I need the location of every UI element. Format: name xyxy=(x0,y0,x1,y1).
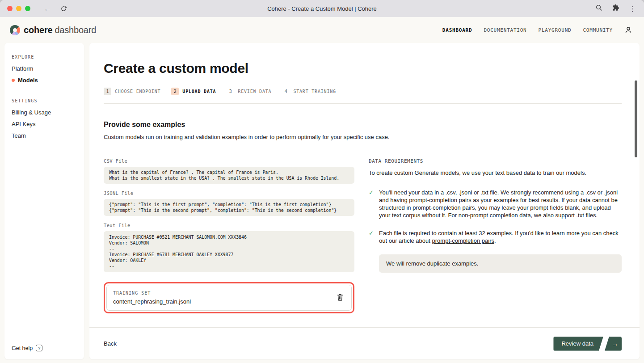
close-window-button[interactable] xyxy=(7,6,13,11)
minimize-window-button[interactable] xyxy=(16,6,21,11)
check-icon: ✓ xyxy=(369,189,375,219)
browser-toolbar-right: ⋮ xyxy=(595,4,636,13)
requirement-text: You'll need your data in a .csv, .jsonl … xyxy=(379,189,622,219)
sidebar-item-team[interactable]: Team xyxy=(12,132,77,139)
delete-file-button[interactable] xyxy=(335,292,345,304)
browser-window: ← Cohere - Create a Custom Model | Coher… xyxy=(0,0,644,363)
sidebar-item-label: Models xyxy=(18,77,38,84)
arrow-right-icon: → xyxy=(612,340,619,347)
step-number: 2 xyxy=(171,88,179,95)
examples-column: CSV File What is the capital of France? … xyxy=(104,158,354,313)
section-heading: Provide some examples xyxy=(104,121,622,129)
nav-dashboard[interactable]: DASHBOARD xyxy=(442,27,472,33)
browser-menu-icon[interactable]: ⋮ xyxy=(629,5,636,12)
browser-reload-button[interactable] xyxy=(60,5,67,12)
training-set-filename: content_rephrasing_train.jsonl xyxy=(113,298,191,305)
section-subtitle: Custom models run on training and valida… xyxy=(104,134,622,140)
cohere-logo-icon[interactable] xyxy=(10,25,20,35)
step-number: 4 xyxy=(282,88,290,95)
step-review-data[interactable]: 3 REVIEW DATA xyxy=(227,88,271,95)
sidebar-item-billing-usage[interactable]: Billing & Usage xyxy=(12,109,77,116)
text-example-block: Invoice: PURCHASE #0521 MERCHANT SALOMON… xyxy=(104,231,354,272)
extensions-icon[interactable] xyxy=(612,4,619,13)
check-icon: ✓ xyxy=(369,229,375,245)
sidebar-item-models[interactable]: Models xyxy=(12,77,77,84)
maximize-window-button[interactable] xyxy=(25,6,30,11)
window-controls xyxy=(7,6,30,11)
csv-example-block: What is the capital of France? , The cap… xyxy=(104,167,354,184)
text-file-label: Text File xyxy=(104,223,354,228)
training-set-info: TRAINING SET content_rephrasing_train.js… xyxy=(113,291,191,305)
review-data-arrow-button[interactable]: → xyxy=(605,337,622,351)
sidebar-item-label: Platform xyxy=(12,65,33,72)
sidebar-item-label: API Keys xyxy=(12,121,35,127)
search-icon[interactable] xyxy=(595,4,602,13)
jsonl-example-block: {"prompt": "This is the first prompt", "… xyxy=(104,199,354,216)
page: coheredashboard DASHBOARD DOCUMENTATION … xyxy=(0,17,644,363)
nav-playground[interactable]: PLAYGROUND xyxy=(539,27,572,33)
step-label: CHOOSE ENDPOINT xyxy=(115,89,160,94)
step-number: 1 xyxy=(104,88,111,95)
account-icon[interactable] xyxy=(624,26,632,34)
top-nav: DASHBOARD DOCUMENTATION PLAYGROUND COMMU… xyxy=(442,27,613,33)
browser-chrome: ← Cohere - Create a Custom Model | Coher… xyxy=(0,0,644,17)
nav-community[interactable]: COMMUNITY xyxy=(583,27,613,33)
step-choose-endpoint[interactable]: 1 CHOOSE ENDPOINT xyxy=(104,88,160,95)
duplicate-examples-note: We will remove duplicate examples. xyxy=(379,254,622,273)
requirement-item-file-types: ✓ You'll need your data in a .csv, .json… xyxy=(369,189,622,219)
review-data-button[interactable]: Review data xyxy=(553,337,603,351)
sidebar-item-label: Billing & Usage xyxy=(12,109,51,116)
sidebar-section-settings: SETTINGS xyxy=(12,98,77,103)
brand-wordmark[interactable]: coheredashboard xyxy=(24,25,96,35)
content-row: EXPLORE Platform Models SETTINGS Billing… xyxy=(0,43,644,363)
back-button[interactable]: Back xyxy=(104,340,117,347)
training-set-upload-highlight: TRAINING SET content_rephrasing_train.js… xyxy=(104,282,354,313)
page-title: Create a custom model xyxy=(104,61,622,76)
browser-tab-title: Cohere - Create a Custom Model | Cohere xyxy=(0,5,644,12)
scrollbar-thumb[interactable] xyxy=(635,80,637,157)
sidebar-item-label: Team xyxy=(12,132,26,139)
sidebar-item-api-keys[interactable]: API Keys xyxy=(12,121,77,127)
requirement-text: Each file is required to contain at leas… xyxy=(379,229,622,245)
sidebar-section-explore: EXPLORE xyxy=(12,55,77,59)
step-label: UPLOAD DATA xyxy=(182,89,216,94)
step-number: 3 xyxy=(227,88,234,95)
trash-icon xyxy=(337,294,343,302)
sidebar-item-platform[interactable]: Platform xyxy=(12,65,77,72)
get-help-label: Get help xyxy=(12,345,33,351)
divider xyxy=(104,103,622,104)
data-requirements-intro: To create custom Generate models, we use… xyxy=(369,169,622,176)
csv-file-label: CSV File xyxy=(104,158,354,164)
data-requirements-title: DATA REQUIREMENTS xyxy=(369,158,622,164)
help-icon: ? xyxy=(36,345,42,351)
training-set-upload-box: TRAINING SET content_rephrasing_train.js… xyxy=(106,285,352,311)
app-header: coheredashboard DASHBOARD DOCUMENTATION … xyxy=(0,17,644,43)
brand-suffix: dashboard xyxy=(55,25,96,35)
prompt-completion-pairs-link[interactable]: prompt-completion pairs xyxy=(432,237,494,244)
step-start-training[interactable]: 4 START TRAINING xyxy=(282,88,336,95)
training-set-label: TRAINING SET xyxy=(113,291,191,295)
sidebar: EXPLORE Platform Models SETTINGS Billing… xyxy=(4,43,84,359)
browser-back-button[interactable]: ← xyxy=(44,5,51,13)
stepper: 1 CHOOSE ENDPOINT 2 UPLOAD DATA 3 REVIEW… xyxy=(104,88,622,95)
requirements-column: DATA REQUIREMENTS To create custom Gener… xyxy=(369,158,622,313)
requirement-item-min-examples: ✓ Each file is required to contain at le… xyxy=(369,229,622,245)
main-content: Create a custom model 1 CHOOSE ENDPOINT … xyxy=(89,43,640,327)
active-item-dot-icon xyxy=(12,79,15,82)
step-label: REVIEW DATA xyxy=(238,89,271,94)
review-data-button-group: Review data → xyxy=(553,337,622,351)
main-panel: Create a custom model 1 CHOOSE ENDPOINT … xyxy=(89,43,640,359)
jsonl-file-label: JSONL File xyxy=(104,190,354,196)
nav-documentation[interactable]: DOCUMENTATION xyxy=(484,27,526,33)
step-upload-data[interactable]: 2 UPLOAD DATA xyxy=(171,88,216,95)
brand-name: cohere xyxy=(24,25,52,35)
get-help-link[interactable]: Get help ? xyxy=(12,345,42,351)
step-label: START TRAINING xyxy=(293,89,336,94)
footer-bar: Back Review data → xyxy=(89,327,640,359)
